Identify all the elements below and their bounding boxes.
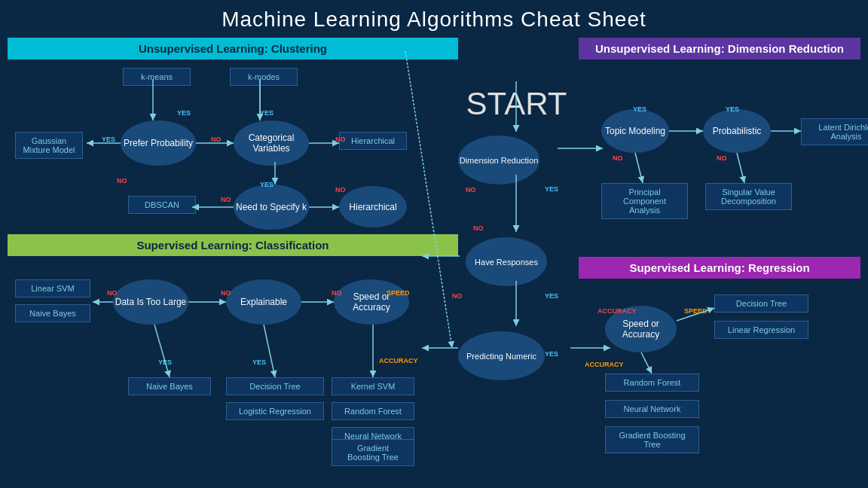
yes-label-3: YES <box>260 109 274 117</box>
hierarchical1-node: Hierarchical <box>339 132 407 150</box>
naive-bayes1-node: Naive Bayes <box>15 304 90 322</box>
categorical-variables-node: Categorical Variables <box>234 120 309 166</box>
svg-line-18 <box>737 153 744 183</box>
prefer-probability-node: Prefer Probability <box>121 120 196 166</box>
svg-line-20 <box>641 352 652 374</box>
linear-regression-node: Linear Regression <box>714 321 808 339</box>
yes-l-2: YES <box>252 358 266 366</box>
yes-dr-1: YES <box>633 105 646 113</box>
yes-label-4: YES <box>260 181 274 188</box>
random-forest-l-node: Random Forest <box>332 402 414 420</box>
naive-bayes2-node: Naive Bayes <box>128 377 211 395</box>
yes-center-2: YES <box>545 292 558 300</box>
no-label-4: NO <box>221 196 231 203</box>
yes-center-1: YES <box>545 185 558 193</box>
have-responses-node: Have Responses <box>466 237 547 286</box>
no-label-3: NO <box>335 136 346 143</box>
svg-line-13 <box>264 325 275 377</box>
start-label: START <box>458 86 575 122</box>
hierarchical2-node: Hierarchical <box>339 186 407 227</box>
no-l-3: NO <box>332 289 342 297</box>
speed-l: SPEED <box>387 289 410 297</box>
kernel-svm-node: Kernel SVM <box>332 377 414 395</box>
decision-tree-r-node: Decision Tree <box>714 294 808 313</box>
yes-label-2: YES <box>177 109 191 117</box>
speed-accuracy-l-node: Speed or Accuracy <box>334 279 409 325</box>
kmodes-node: k-modes <box>230 68 298 86</box>
yes-l-1: YES <box>158 358 172 366</box>
clustering-header: Unsupervised Learning: Clustering <box>8 38 458 59</box>
no-l-1: NO <box>107 289 118 297</box>
yes-center-3: YES <box>545 350 558 358</box>
gradient-boosting-l-node2: Gradient Boosting Tree <box>332 439 414 466</box>
svg-line-12 <box>154 325 170 377</box>
gaussian-node: Gaussian Mixture Model <box>15 132 83 159</box>
accuracy-r: ACCURACY <box>598 307 637 315</box>
no-dr-1: NO <box>613 154 623 162</box>
no-center-3: NO <box>452 292 463 300</box>
no-l-2: NO <box>221 289 231 297</box>
topic-modeling-node: Topic Modeling <box>601 109 669 153</box>
linear-svm-node: Linear SVM <box>15 279 90 297</box>
yes-dr-2: YES <box>726 105 739 113</box>
speed-r-label: SPEED <box>684 307 708 315</box>
accuracy-l: ACCURACY <box>379 357 418 364</box>
random-forest-r-node: Random Forest <box>605 374 699 392</box>
latent-dirichlet-node: Latent Dirichlet Analysis <box>801 118 868 145</box>
yes-label-1: YES <box>102 136 115 143</box>
decision-tree1-node: Decision Tree <box>226 377 324 395</box>
no-label-5: NO <box>335 186 346 194</box>
dimension-reduction-node: Dimension Reduction <box>458 136 539 185</box>
singular-value-node: Singular Value Decomposition <box>705 183 792 210</box>
dbscan-node: DBSCAN <box>128 196 196 214</box>
no-dr-2: NO <box>717 154 727 162</box>
predicting-numeric-node: Predicting Numeric <box>458 331 545 380</box>
data-too-large-node: Data Is Too Large <box>113 279 188 325</box>
need-specify-k-node: Need to Specify k <box>234 185 309 230</box>
svg-line-17 <box>635 153 643 183</box>
no-label-2: NO <box>211 136 222 143</box>
principal-component-node: Principal Component Analysis <box>601 183 688 219</box>
kmeans-node: k-means <box>123 68 191 86</box>
neural-network-r-node: Neural Network <box>605 400 699 418</box>
no-label-1: NO <box>117 177 127 185</box>
page-title: Machine Learning Algorithms Cheat Sheet <box>0 0 868 38</box>
dimension-reduction-header: Unsupervised Learning: Dimension Reducti… <box>579 38 860 59</box>
accuracy-r-label: ACCURACY <box>585 361 624 368</box>
logistic-regression-node: Logistic Regression <box>226 402 324 420</box>
regression-header: Supervised Learning: Regression <box>579 257 860 279</box>
probabilistic-node: Probabilistic <box>703 109 771 153</box>
explainable-node: Explainable <box>226 279 301 325</box>
classification-header: Supervised Learning: Classification <box>8 234 458 256</box>
no-center-1: NO <box>473 224 484 232</box>
gradient-boosting-r-node: Gradient Boosting Tree <box>605 426 699 453</box>
